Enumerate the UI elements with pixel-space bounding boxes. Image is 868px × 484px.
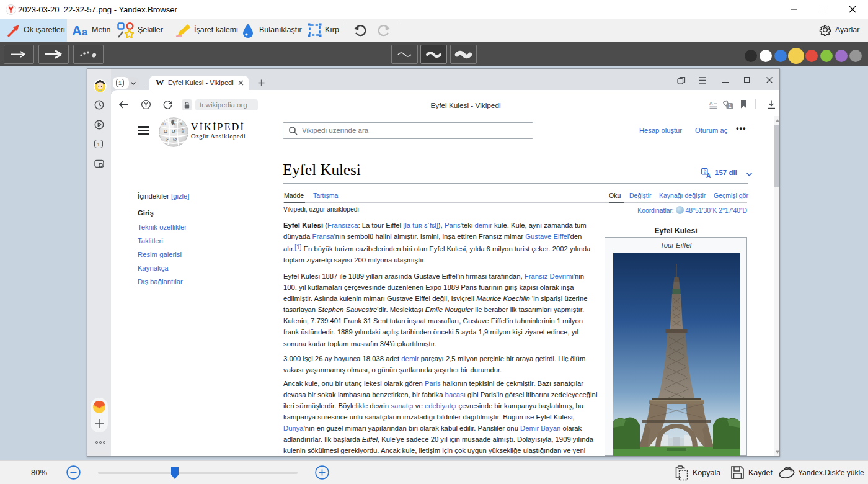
svg-text:ष: ष	[180, 122, 183, 126]
svg-text:W: W	[171, 121, 176, 127]
svg-text:Ω: Ω	[164, 128, 167, 134]
svg-text:ع: ع	[166, 136, 169, 141]
svg-text:Ø: Ø	[173, 137, 177, 142]
svg-text:ய: ய	[162, 122, 166, 126]
svg-text:И: И	[172, 129, 175, 135]
svg-text:文: 文	[180, 128, 185, 134]
svg-text:A: A	[709, 101, 714, 107]
svg-text:1: 1	[728, 103, 732, 109]
svg-text:A: A	[706, 173, 711, 179]
